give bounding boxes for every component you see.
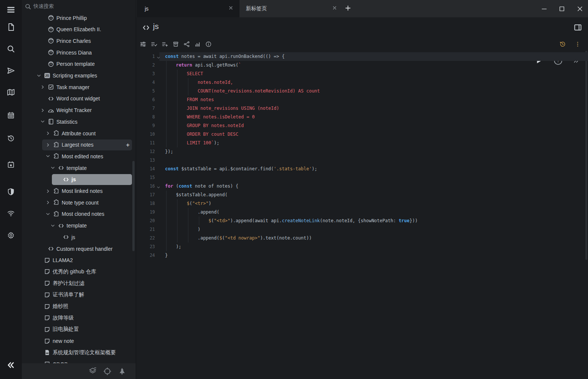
note-icon [42, 326, 52, 333]
code-token: "<tr>" [192, 201, 208, 206]
note-info-button[interactable] [203, 39, 214, 49]
tree-item-label: Prince Phillip [56, 15, 87, 21]
note-paths-button[interactable] [170, 39, 181, 49]
tree-item[interactable]: CDGB [22, 358, 136, 363]
tree-item[interactable]: DOC系统规划管理论文框架概要 [22, 347, 136, 358]
tree-item[interactable]: new note [22, 335, 136, 347]
tree-item[interactable]: 故障等级 [22, 312, 136, 324]
jump-to-note-button[interactable] [5, 65, 17, 76]
tree-item[interactable]: JSScripting examples [22, 70, 136, 82]
sliders-icon [138, 39, 148, 49]
fold-marker-icon[interactable] [156, 54, 161, 59]
close-window-button[interactable] [574, 3, 586, 15]
tree-item[interactable]: Prince Phillip [22, 12, 136, 24]
new-note-button[interactable] [5, 21, 17, 33]
note-tree-pane: 快速搜索 Prince PhillipQueen Elizabeth II.Pr… [22, 0, 136, 379]
close-tab-icon[interactable] [228, 5, 235, 12]
calendar-button[interactable] [5, 110, 17, 121]
tree-item[interactable]: LLAMA2 [22, 255, 136, 266]
protected-session-button[interactable] [5, 186, 17, 197]
owned-attributes-button[interactable] [149, 39, 159, 49]
tree-item[interactable]: Attribute count [22, 127, 136, 139]
tree-item[interactable]: Custom request handler [22, 243, 136, 255]
fold-marker-icon[interactable] [156, 184, 161, 188]
tree-item[interactable]: Most cloned notes [22, 208, 136, 220]
tree-item[interactable]: js [22, 174, 136, 185]
chevron-down-icon[interactable] [44, 211, 52, 217]
new-tab-button[interactable] [345, 5, 352, 12]
tree-item[interactable]: 养护计划过滤 [22, 277, 136, 289]
basic-properties-button[interactable] [138, 39, 148, 49]
search-button[interactable] [5, 43, 17, 55]
settings-button[interactable] [5, 230, 17, 241]
collapse-pane-button[interactable] [5, 359, 17, 371]
code-token [165, 201, 187, 206]
tree-item[interactable]: template [22, 162, 136, 174]
line-number: 20 [136, 217, 155, 225]
code-token: note of notes) { [192, 183, 238, 189]
tree-item[interactable]: Prince Charles [22, 35, 136, 47]
tree-item[interactable]: Largest notes+ [22, 139, 136, 151]
code-text: .append($("<td nowrap>").text(note.count… [165, 234, 312, 243]
tree-item-label: LLAMA2 [53, 257, 73, 263]
quick-search-input[interactable]: 快速搜索 [22, 0, 136, 13]
tree-item[interactable]: js [22, 231, 136, 243]
chevron-right-icon[interactable] [44, 141, 52, 148]
tab-js[interactable]: js [136, 0, 239, 17]
split-pane-icon[interactable] [574, 23, 582, 32]
code-token [165, 62, 176, 68]
tree-item[interactable]: 旧电脑处置 [22, 324, 136, 335]
tree-item[interactable]: Weight Tracker [22, 105, 136, 116]
note-map-button[interactable] [181, 39, 192, 49]
similar-notes-button[interactable] [192, 39, 203, 49]
tree-item[interactable]: Most edited notes [22, 150, 136, 162]
crosshair-icon [103, 367, 111, 375]
tree-item[interactable]: Task manager [22, 81, 136, 93]
chevron-spacer [39, 15, 46, 21]
chevron-right-icon[interactable] [39, 84, 46, 91]
chevron-right-icon[interactable] [39, 107, 46, 114]
maximize-button[interactable] [556, 3, 568, 15]
tree-scrollbar[interactable] [132, 161, 135, 251]
scroll-to-active-note-button[interactable] [103, 367, 111, 375]
tree-item[interactable]: template [22, 220, 136, 232]
recent-changes-button[interactable] [5, 133, 17, 144]
line-number: 22 [136, 234, 155, 243]
layers-button[interactable] [88, 367, 97, 375]
today-note-button[interactable] [5, 159, 17, 170]
inherited-attributes-button[interactable] [159, 39, 170, 49]
tree-item[interactable]: 证书清单了解 [22, 289, 136, 301]
sync-status-button[interactable] [5, 208, 17, 219]
tree-item[interactable]: Queen Elizabeth II. [22, 24, 136, 35]
chevron-right-icon[interactable] [44, 199, 52, 206]
add-child-note-button[interactable]: + [126, 142, 130, 148]
chevron-down-icon[interactable] [49, 165, 56, 171]
collapse-tree-button[interactable] [118, 367, 126, 375]
note-title[interactable]: js [153, 22, 159, 31]
tree-item[interactable]: 优秀的 github 仓库 [22, 266, 136, 277]
note-revisions-button[interactable] [557, 39, 568, 49]
more-menu-button[interactable] [572, 39, 583, 49]
tree-item[interactable]: Word count widget [22, 93, 136, 105]
code-editor[interactable]: ? 1const notes = await api.runOnBackend(… [136, 50, 588, 379]
chevron-down-icon[interactable] [39, 118, 46, 125]
chevron-down-icon[interactable] [44, 153, 52, 160]
tree-item-label: template [67, 223, 87, 229]
code-line: 9 GROUP BY notes.noteId [136, 121, 588, 130]
chevron-down-icon[interactable] [35, 72, 42, 79]
tree-item[interactable]: Most linked notes [22, 185, 136, 197]
line-number: 24 [136, 251, 155, 260]
tree-item[interactable]: Person template [22, 58, 136, 70]
tab-new-page[interactable]: 新标签页 [239, 0, 343, 17]
minimize-button[interactable] [538, 3, 550, 15]
tree-item[interactable]: Princess Diana [22, 47, 136, 58]
note-map-button[interactable] [5, 87, 17, 98]
tree-item[interactable]: 婚纱照 [22, 301, 136, 312]
tree-item[interactable]: Note type count [22, 197, 136, 208]
chevron-right-icon[interactable] [44, 188, 52, 194]
chevron-down-icon[interactable] [49, 222, 56, 229]
menu-toggle-button[interactable] [5, 4, 17, 15]
tree-item[interactable]: Statistics [22, 116, 136, 127]
close-tab-icon[interactable] [332, 5, 339, 12]
chevron-right-icon[interactable] [44, 130, 52, 137]
